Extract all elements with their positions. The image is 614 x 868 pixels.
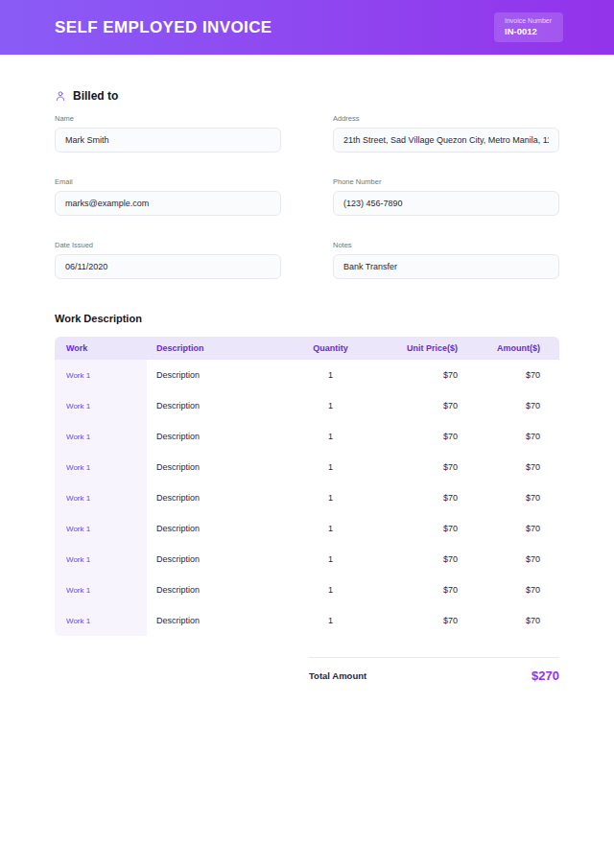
quantity-cell: 1 xyxy=(275,462,386,472)
work-cell: Work 1 xyxy=(55,390,147,421)
table-row: Work 1 Description 1 $70 $70 xyxy=(55,360,559,390)
phone-input[interactable] xyxy=(333,191,559,216)
name-label: Name xyxy=(55,114,281,123)
quantity-cell: 1 xyxy=(275,401,386,411)
unit-price-cell: $70 xyxy=(386,401,458,411)
date-issued-field-group: Date Issued xyxy=(55,241,281,279)
work-cell: Work 1 xyxy=(55,513,147,544)
billed-to-heading-text: Billed to xyxy=(73,89,118,103)
email-label: Email xyxy=(55,177,281,186)
column-header-quantity: Quantity xyxy=(275,343,386,353)
quantity-cell: 1 xyxy=(275,554,386,564)
quantity-cell: 1 xyxy=(275,493,386,503)
amount-cell: $70 xyxy=(458,401,559,411)
column-header-unit-price: Unit Price($) xyxy=(386,343,458,353)
column-header-amount: Amount($) xyxy=(458,343,559,353)
email-input[interactable] xyxy=(55,191,281,216)
address-input[interactable] xyxy=(333,128,559,152)
work-cell: Work 1 xyxy=(55,544,147,575)
phone-field-group: Phone Number xyxy=(333,177,559,216)
unit-price-cell: $70 xyxy=(386,585,458,595)
amount-cell: $70 xyxy=(458,616,559,625)
quantity-cell: 1 xyxy=(275,585,386,595)
amount-cell: $70 xyxy=(458,524,559,533)
invoice-number-badge: Invoice Number IN-0012 xyxy=(494,12,563,42)
column-header-description: Description xyxy=(147,343,275,353)
quantity-cell: 1 xyxy=(275,524,386,533)
phone-label: Phone Number xyxy=(333,177,559,186)
quantity-cell: 1 xyxy=(275,370,386,380)
person-icon xyxy=(55,90,66,102)
table-body: Work 1 Description 1 $70 $70 Work 1 Desc… xyxy=(55,360,559,636)
quantity-cell: 1 xyxy=(275,432,386,441)
page-title: SELF EMPLOYED INVOICE xyxy=(55,18,272,37)
table-header-row: Work Description Quantity Unit Price($) … xyxy=(55,337,559,360)
name-field-group: Name xyxy=(55,114,281,152)
work-cell: Work 1 xyxy=(55,605,147,636)
description-cell: Description xyxy=(147,554,275,564)
table-row: Work 1 Description 1 $70 $70 xyxy=(55,605,559,636)
amount-cell: $70 xyxy=(458,554,559,564)
work-cell: Work 1 xyxy=(55,421,147,452)
total-amount-label: Total Amount xyxy=(309,670,366,681)
table-row: Work 1 Description 1 $70 $70 xyxy=(55,421,559,452)
description-cell: Description xyxy=(147,401,275,411)
amount-cell: $70 xyxy=(458,432,559,441)
description-cell: Description xyxy=(147,432,275,441)
total-row: Total Amount $270 xyxy=(309,657,559,683)
billed-to-section: Billed to Name Address Email Phone Numbe… xyxy=(55,89,559,279)
column-header-work: Work xyxy=(55,343,147,353)
name-input[interactable] xyxy=(55,128,281,152)
billed-to-fields: Name Address Email Phone Number Date Iss… xyxy=(55,114,559,279)
amount-cell: $70 xyxy=(458,585,559,595)
notes-input[interactable] xyxy=(333,254,559,279)
description-cell: Description xyxy=(147,462,275,472)
table-row: Work 1 Description 1 $70 $70 xyxy=(55,452,559,482)
unit-price-cell: $70 xyxy=(386,493,458,503)
work-cell: Work 1 xyxy=(55,360,147,390)
address-field-group: Address xyxy=(333,114,559,152)
work-cell: Work 1 xyxy=(55,575,147,605)
amount-cell: $70 xyxy=(458,370,559,380)
unit-price-cell: $70 xyxy=(386,554,458,564)
date-issued-label: Date Issued xyxy=(55,241,281,249)
total-amount-value: $270 xyxy=(531,669,559,683)
table-row: Work 1 Description 1 $70 $70 xyxy=(55,513,559,544)
work-cell: Work 1 xyxy=(55,452,147,482)
work-table: Work Description Quantity Unit Price($) … xyxy=(55,337,559,636)
unit-price-cell: $70 xyxy=(386,616,458,625)
amount-cell: $70 xyxy=(458,493,559,503)
work-cell: Work 1 xyxy=(55,482,147,513)
table-row: Work 1 Description 1 $70 $70 xyxy=(55,575,559,605)
notes-label: Notes xyxy=(333,241,559,249)
amount-cell: $70 xyxy=(458,462,559,472)
description-cell: Description xyxy=(147,493,275,503)
billed-to-heading: Billed to xyxy=(55,89,559,103)
notes-field-group: Notes xyxy=(333,241,559,279)
invoice-body: Billed to Name Address Email Phone Numbe… xyxy=(0,55,614,683)
table-row: Work 1 Description 1 $70 $70 xyxy=(55,390,559,421)
work-description-section: Work Description Work Description Quanti… xyxy=(55,313,559,683)
description-cell: Description xyxy=(147,616,275,625)
description-cell: Description xyxy=(147,585,275,595)
unit-price-cell: $70 xyxy=(386,432,458,441)
unit-price-cell: $70 xyxy=(386,462,458,472)
unit-price-cell: $70 xyxy=(386,524,458,533)
description-cell: Description xyxy=(147,524,275,533)
email-field-group: Email xyxy=(55,177,281,216)
invoice-number-label: Invoice Number xyxy=(505,17,553,24)
date-issued-input[interactable] xyxy=(55,254,281,279)
work-description-heading: Work Description xyxy=(55,313,559,324)
quantity-cell: 1 xyxy=(275,616,386,625)
description-cell: Description xyxy=(147,370,275,380)
invoice-header: SELF EMPLOYED INVOICE Invoice Number IN-… xyxy=(0,0,614,55)
table-row: Work 1 Description 1 $70 $70 xyxy=(55,482,559,513)
unit-price-cell: $70 xyxy=(386,370,458,380)
address-label: Address xyxy=(333,114,559,123)
table-row: Work 1 Description 1 $70 $70 xyxy=(55,544,559,575)
invoice-number-value: IN-0012 xyxy=(505,26,553,36)
